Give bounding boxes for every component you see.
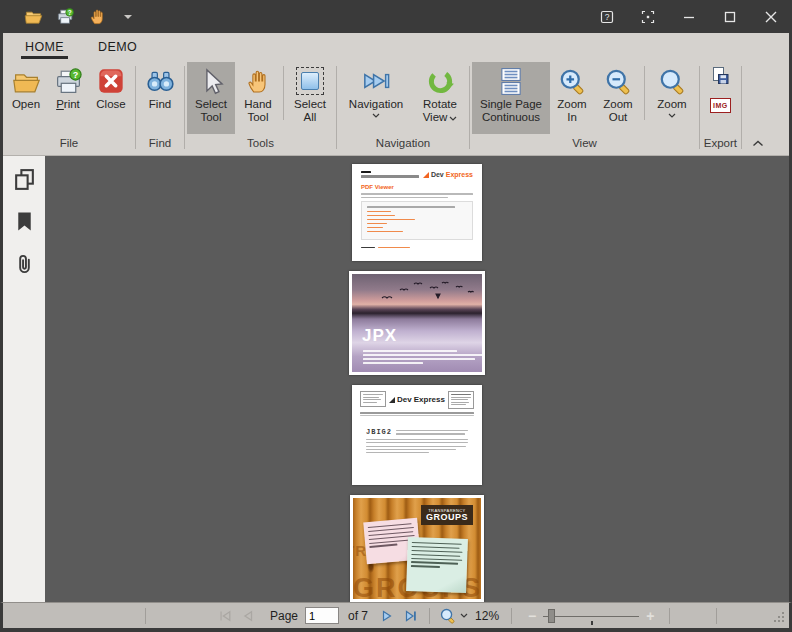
- statusbar-separator: [669, 608, 670, 624]
- print-preview-icon[interactable]: ?: [56, 7, 75, 26]
- devexpress-logo-icon: [389, 397, 395, 403]
- zoom-in-label: Zoom In: [552, 98, 592, 123]
- window-controls: ?: [599, 9, 779, 25]
- page-thumbnail-4[interactable]: TRANSPAREN GROUPS TRANSPARENCY GROUPS: [350, 495, 484, 602]
- zoom-out-slider-button[interactable]: −: [528, 609, 536, 623]
- select-all-icon: [296, 65, 324, 97]
- group-separator: [336, 66, 337, 149]
- devexpress-logo: DevExpress: [423, 171, 473, 178]
- ribbon-group-file: Open ? Print: [5, 60, 133, 155]
- group-label-navigation: Navigation: [339, 134, 467, 154]
- window-resize-grip[interactable]: [770, 608, 785, 623]
- devexpress-logo: DevExpress: [389, 395, 445, 404]
- hand-tool-button[interactable]: Hand Tool: [235, 62, 281, 134]
- group-separator: [135, 66, 136, 149]
- zoom-in-button[interactable]: Zoom In: [550, 62, 594, 134]
- help-button[interactable]: ?: [599, 9, 615, 25]
- tab-demo[interactable]: DEMO: [96, 33, 139, 60]
- last-page-button[interactable]: [402, 607, 419, 624]
- button-separator: [283, 66, 284, 120]
- export-document-button[interactable]: [710, 66, 730, 90]
- svg-text:?: ?: [68, 9, 72, 16]
- page-count-label: of 7: [348, 609, 368, 623]
- select-tool-button[interactable]: Select Tool: [187, 62, 235, 134]
- zoom-in-slider-button[interactable]: +: [646, 609, 654, 623]
- group-separator: [469, 66, 470, 149]
- zoom-slider[interactable]: [543, 608, 639, 624]
- zoom-slider-track[interactable]: [543, 616, 639, 617]
- bookmarks-icon[interactable]: [11, 208, 37, 234]
- open-folder-icon[interactable]: [24, 7, 43, 26]
- ribbon-group-navigation: Navigation Rotate View Navigation: [339, 60, 467, 155]
- group-label-file: File: [5, 134, 133, 154]
- first-page-button[interactable]: [216, 607, 233, 624]
- ribbon-group-tools: Select Tool Hand Tool Select All: [187, 60, 334, 155]
- help-glyph: ?: [605, 12, 610, 22]
- page-thumbnail-3[interactable]: DevExpress JBIG2: [352, 385, 482, 485]
- print-accelerator: P: [56, 98, 64, 110]
- zoom-slider-thumb[interactable]: [548, 609, 555, 623]
- zoom-slider-center-tick: [591, 621, 593, 625]
- zoom-icon: [658, 65, 687, 97]
- find-button[interactable]: Find: [138, 62, 182, 134]
- page-thumbnail-1[interactable]: DevExpress PDF Viewer: [352, 164, 482, 261]
- single-page-continuous-button[interactable]: Single Page Continuous: [472, 62, 550, 134]
- navigation-sidebar: [3, 156, 45, 602]
- zoom-mode-dropdown[interactable]: [439, 607, 468, 625]
- zoom-dropdown-button[interactable]: Zoom: [647, 62, 697, 134]
- print-button-label: Print: [56, 98, 80, 111]
- navigation-pane-icon: [360, 65, 393, 97]
- chevron-up-icon: [752, 140, 764, 147]
- open-button[interactable]: Open: [5, 62, 47, 134]
- group-separator: [699, 66, 700, 149]
- logo-text-dev: Dev: [397, 395, 412, 404]
- page-label: Page: [270, 609, 298, 623]
- rotate-view-button[interactable]: Rotate View: [413, 62, 467, 134]
- page-number-input[interactable]: [305, 607, 339, 624]
- hand-tool-icon: [244, 65, 272, 97]
- group-label-export: Export: [702, 134, 739, 154]
- navigation-button[interactable]: Navigation: [339, 62, 413, 134]
- hand-tool-icon[interactable]: [88, 7, 107, 26]
- thumbnail-canvas: DevExpress PDF Viewer: [45, 156, 789, 602]
- attachments-icon[interactable]: [11, 250, 37, 276]
- page2-photo: JPX: [352, 274, 482, 372]
- title-bar: ? ?: [0, 0, 792, 33]
- statusbar-separator: [145, 608, 146, 624]
- select-all-button[interactable]: Select All: [286, 62, 334, 134]
- group-label-view: View: [472, 134, 697, 154]
- export-image-button[interactable]: IMG: [710, 98, 731, 113]
- rotate-view-label: Rotate View: [415, 98, 465, 123]
- page4-title-badge: TRANSPARENCY GROUPS: [421, 505, 473, 525]
- maximize-button[interactable]: [722, 9, 738, 25]
- hand-tool-label: Hand Tool: [237, 98, 279, 123]
- select-tool-label: Select Tool: [189, 98, 233, 123]
- close-window-button[interactable]: [763, 9, 779, 25]
- group-separator: [741, 66, 742, 149]
- tab-home[interactable]: HOME: [23, 33, 66, 60]
- page-thumbnails-icon[interactable]: [11, 166, 37, 192]
- qat-dropdown-arrow[interactable]: [124, 15, 132, 19]
- page3-right-box: [448, 391, 474, 409]
- collapse-ribbon-button[interactable]: [752, 133, 764, 151]
- group-label-tools: Tools: [187, 134, 334, 154]
- page3-heading: JBIG2: [366, 428, 392, 436]
- minimize-button[interactable]: [681, 9, 697, 25]
- page-thumbnail-2[interactable]: JPX: [349, 271, 485, 375]
- print-button[interactable]: ? Print: [47, 62, 89, 134]
- print-label-rest: rint: [64, 98, 80, 110]
- close-button-label: Close: [96, 98, 125, 111]
- devexpress-logo-icon: [423, 172, 429, 178]
- page1-masthead: [361, 171, 419, 178]
- ribbon-tabs: HOME DEMO: [3, 33, 789, 60]
- display-mode-icon[interactable]: [640, 9, 656, 25]
- ribbon-group-export: IMG Export: [702, 60, 739, 155]
- zoom-out-button[interactable]: Zoom Out: [594, 62, 642, 134]
- rotate-view-icon: [426, 65, 455, 97]
- ribbon-group-view: Single Page Continuous Zoom In: [472, 60, 697, 155]
- window-bottom-border: [0, 628, 792, 632]
- close-document-button[interactable]: Close: [89, 62, 133, 134]
- next-page-button[interactable]: [378, 607, 395, 624]
- previous-page-button[interactable]: [239, 607, 256, 624]
- page4-wood-background: TRANSPAREN GROUPS TRANSPARENCY GROUPS: [353, 498, 481, 599]
